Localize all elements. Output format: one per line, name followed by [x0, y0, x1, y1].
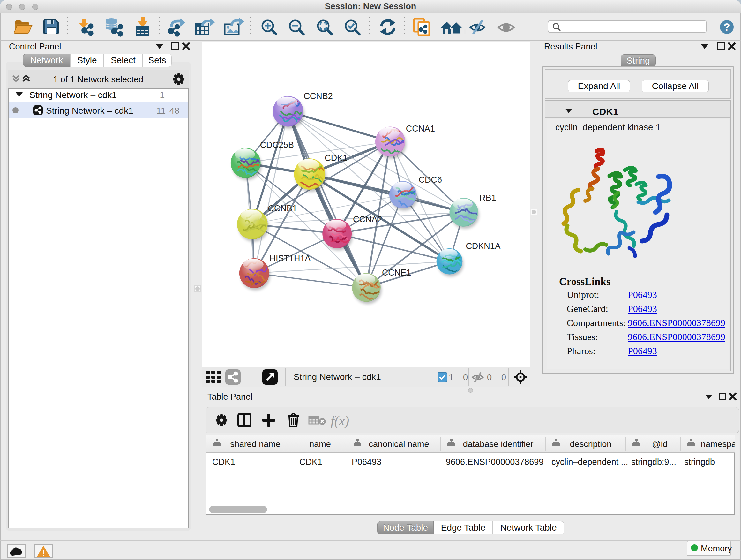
svg-text:CCNA2: CCNA2 — [353, 214, 382, 224]
svg-text:CDC6: CDC6 — [419, 175, 442, 185]
svg-text:CCNB2: CCNB2 — [304, 91, 333, 101]
svg-text:CCNA1: CCNA1 — [406, 124, 435, 133]
svg-text:RB1: RB1 — [479, 193, 496, 203]
svg-text:CCNB1: CCNB1 — [268, 204, 297, 213]
svg-text:HIST1H1A: HIST1H1A — [270, 253, 311, 263]
svg-text:CDK1: CDK1 — [325, 153, 347, 163]
svg-text:CDKN1A: CDKN1A — [466, 241, 500, 251]
svg-text:CCNE1: CCNE1 — [382, 268, 411, 277]
svg-text:CDC25B: CDC25B — [260, 140, 294, 150]
